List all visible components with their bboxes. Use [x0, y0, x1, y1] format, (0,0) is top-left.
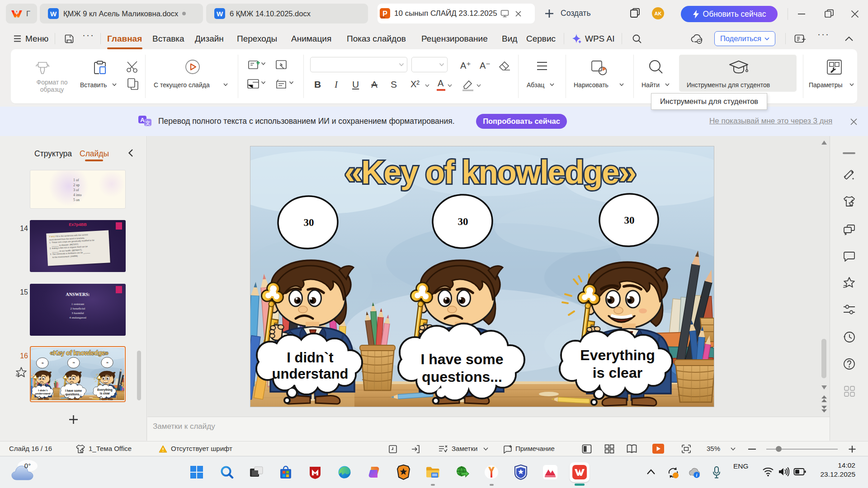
svg-text:questions...: questions...: [422, 369, 502, 385]
svg-text:is clear: is clear: [593, 365, 642, 381]
svg-text:Everything: Everything: [580, 347, 655, 363]
svg-text:30: 30: [624, 215, 635, 226]
svg-text:30: 30: [458, 216, 468, 227]
svg-text:0°: 0°: [24, 462, 31, 469]
svg-text:30: 30: [304, 217, 314, 228]
svg-text:文: 文: [145, 120, 151, 126]
svg-text:«Key of knowledge»: «Key of knowledge»: [344, 154, 636, 190]
svg-text:i: i: [696, 473, 698, 478]
svg-text:I have some: I have some: [420, 351, 503, 367]
svg-text:A: A: [140, 117, 145, 123]
svg-text:P: P: [382, 9, 387, 17]
svg-text:I didn`t: I didn`t: [287, 350, 333, 366]
svg-text:understand: understand: [272, 366, 349, 382]
